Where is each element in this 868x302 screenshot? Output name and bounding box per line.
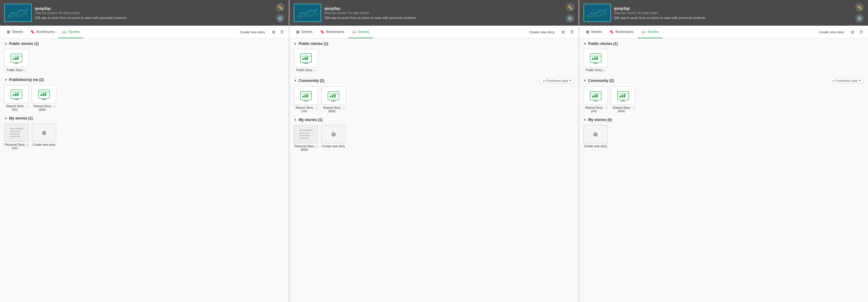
section-header[interactable]: ▼ My stories (1) bbox=[4, 116, 284, 120]
info-icon[interactable]: ⓘ bbox=[26, 105, 29, 109]
tab-sheets[interactable]: ▦ Sheets bbox=[3, 26, 27, 38]
grid-view-button[interactable]: ⊞ bbox=[270, 28, 277, 36]
create-new-story-btn[interactable]: Create new story bbox=[816, 29, 847, 35]
plus-icon: ⊕ bbox=[41, 129, 47, 136]
grid-view-button[interactable]: ⊞ bbox=[849, 28, 857, 36]
settings-button[interactable]: ⚙️ bbox=[566, 14, 574, 23]
panel-header: qsop2qc Data last loaded: No data loaded… bbox=[0, 0, 289, 26]
info-icon[interactable]: ⓘ bbox=[633, 107, 636, 110]
story-name: Shared Story (rvr) bbox=[584, 106, 604, 113]
svg-rect-19 bbox=[15, 94, 17, 96]
info-icon[interactable]: ⓘ bbox=[605, 107, 608, 110]
tab-bookmarks[interactable]: 🔖 Bookmarks bbox=[27, 26, 58, 38]
story-thumbnail[interactable] bbox=[294, 87, 318, 105]
section-label: Public stories (1) bbox=[299, 41, 328, 46]
edit-button[interactable]: ✏️ bbox=[276, 3, 284, 11]
edit-button[interactable]: ✏️ bbox=[855, 3, 864, 11]
app-title: qsop2qc bbox=[324, 6, 562, 11]
story-thumbnail[interactable] bbox=[584, 87, 608, 105]
section-label: Public stories (1) bbox=[9, 41, 39, 46]
story-grid: Public Story ⓘ bbox=[294, 49, 574, 73]
tab-sheets-label: Sheets bbox=[591, 30, 602, 34]
story-thumbnail[interactable] bbox=[584, 49, 608, 67]
info-icon[interactable]: ⓘ bbox=[54, 105, 56, 109]
tab-sheets[interactable]: ▦ Sheets bbox=[582, 26, 606, 38]
section-header[interactable]: ▼ Published by me (2) bbox=[4, 78, 284, 82]
story-thumbnail[interactable] bbox=[611, 87, 636, 105]
story-grid: Public Story ⓘ bbox=[4, 49, 284, 73]
story-label: Shared Story (rvr) ⓘ bbox=[584, 106, 608, 113]
story-thumbnail[interactable] bbox=[4, 49, 29, 67]
create-story-thumbnail[interactable]: ⊕ bbox=[584, 125, 608, 143]
section-label: My stories (1) bbox=[299, 118, 322, 122]
story-thumbnail[interactable]: HELLO WORLDtext text texttext text textt… bbox=[294, 125, 318, 143]
settings-button[interactable]: ⚙️ bbox=[276, 14, 284, 23]
create-new-story-btn[interactable]: Create new story bbox=[527, 29, 557, 35]
tab-stories[interactable]: 📖 Stories bbox=[58, 26, 83, 38]
section-header[interactable]: ▼ Community (2) ≡ Published date ▾ bbox=[584, 78, 864, 84]
svg-rect-95 bbox=[624, 94, 625, 97]
create-story-card[interactable]: ⊕ Create new story bbox=[32, 123, 56, 150]
create-story-thumbnail[interactable]: ⊕ bbox=[32, 123, 56, 142]
tab-bookmarks[interactable]: 🔖 Bookmarks bbox=[316, 26, 348, 38]
info-icon[interactable]: ⓘ bbox=[313, 69, 316, 73]
chevron-down-icon: ▼ bbox=[294, 42, 297, 46]
edit-button[interactable]: ✏️ bbox=[566, 3, 574, 11]
story-name: Shared Story (bob) bbox=[32, 104, 53, 111]
info-icon[interactable]: ⓘ bbox=[603, 69, 606, 73]
story-label: Public Story ⓘ bbox=[586, 68, 605, 73]
info-icon[interactable]: ⓘ bbox=[343, 107, 346, 110]
info-icon[interactable]: ⓘ bbox=[315, 107, 318, 110]
story-label: Shared Story (rvr) ⓘ bbox=[294, 106, 318, 113]
section-header[interactable]: ▼ Community (2) ≡ Published date ▾ bbox=[294, 78, 574, 84]
panel-header-info: qsop2qc Data last loaded: No data loaded… bbox=[324, 6, 562, 20]
list-view-button[interactable]: ☰ bbox=[858, 28, 865, 36]
section-header[interactable]: ▼ My stories (1) bbox=[294, 118, 574, 122]
section-header[interactable]: ▼ Public stories (1) bbox=[294, 41, 574, 46]
create-new-story-btn[interactable]: Create new story bbox=[237, 29, 268, 35]
header-actions: ✏️ ⚙️ bbox=[855, 3, 864, 23]
chevron-down-icon: ▼ bbox=[294, 118, 297, 122]
panel-content: ▼ Public stories (1) Public Story ⓘ ▼ bbox=[0, 38, 289, 302]
tab-sheets[interactable]: ▦ Sheets bbox=[292, 26, 316, 38]
sort-button[interactable]: ≡ Published date ▾ bbox=[830, 78, 864, 84]
app-title: qsop2qc bbox=[35, 6, 273, 11]
section-label: Published by me (2) bbox=[9, 78, 44, 82]
settings-button[interactable]: ⚙️ bbox=[855, 14, 864, 23]
story-thumbnail[interactable] bbox=[321, 87, 346, 105]
panel-content: ▼ Public stories (1) Public Story ⓘ ▼ bbox=[579, 38, 868, 302]
create-story-thumbnail[interactable]: ⊕ bbox=[321, 125, 346, 143]
panel-2: qsop2qc Data last loaded: No data loaded… bbox=[289, 0, 579, 302]
story-thumbnail[interactable] bbox=[4, 85, 29, 103]
tab-stories[interactable]: 📖 Stories bbox=[638, 26, 662, 38]
section-label: Community (2) bbox=[588, 79, 614, 83]
svg-rect-94 bbox=[622, 95, 623, 97]
info-icon[interactable]: ⓘ bbox=[26, 143, 29, 147]
story-grid: HELLO WORLDtext text texttext text textt… bbox=[294, 125, 574, 151]
svg-rect-75 bbox=[592, 58, 593, 60]
story-card: Public Story ⓘ bbox=[294, 49, 318, 73]
story-card: HELLO WORLDtext text texttext text textt… bbox=[4, 123, 29, 150]
sort-button[interactable]: ≡ Published date ▾ bbox=[540, 78, 574, 84]
story-thumbnail[interactable] bbox=[32, 85, 56, 103]
story-thumbnail[interactable] bbox=[294, 49, 318, 67]
list-view-button[interactable]: ☰ bbox=[278, 28, 286, 36]
info-icon[interactable]: ⓘ bbox=[24, 69, 26, 73]
story-thumbnail[interactable]: HELLO WORLDtext text texttext text textt… bbox=[4, 123, 29, 142]
tab-bar: ▦ Sheets 🔖 Bookmarks 📖 Stories Create ne… bbox=[0, 26, 289, 38]
grid-view-button[interactable]: ⊞ bbox=[560, 28, 567, 36]
create-story-card[interactable]: ⊕ Create new story bbox=[584, 125, 608, 148]
tab-bookmarks[interactable]: 🔖 Bookmarks bbox=[606, 26, 638, 38]
section-header[interactable]: ▼ Public stories (1) bbox=[584, 41, 864, 46]
stories-icon: 📖 bbox=[62, 30, 67, 34]
chevron-down-icon: ▼ bbox=[584, 118, 587, 122]
tab-stories[interactable]: 📖 Stories bbox=[348, 26, 373, 38]
tab-bookmarks-label: Bookmarks bbox=[36, 30, 55, 34]
section-header[interactable]: ▼ Public stories (1) bbox=[4, 41, 284, 46]
info-icon[interactable]: ⓘ bbox=[315, 145, 318, 149]
list-view-button[interactable]: ☰ bbox=[568, 28, 576, 36]
create-story-card[interactable]: ⊕ Create new story bbox=[321, 125, 346, 151]
panel-header-info: qsop2qc Data last loaded: No data loaded… bbox=[35, 6, 273, 20]
section-header[interactable]: ▼ My stories (0) bbox=[584, 118, 864, 122]
section-community: ▼ Community (2) ≡ Published date ▾ Share… bbox=[584, 78, 864, 113]
